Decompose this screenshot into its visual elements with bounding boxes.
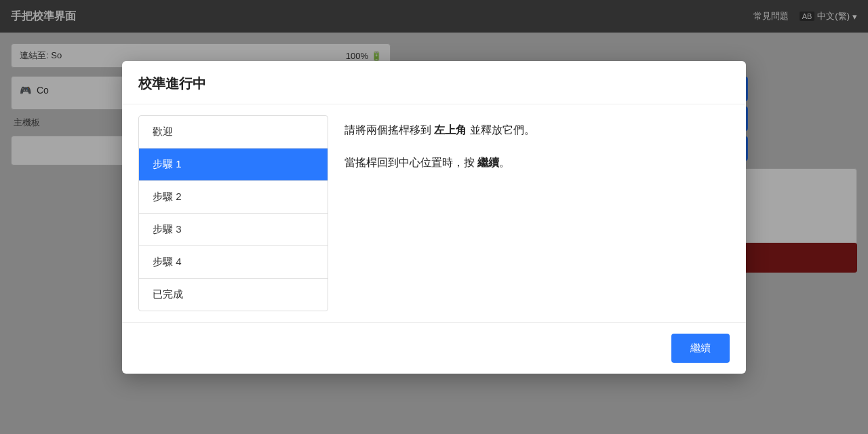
modal-body: 歡迎步驟 1步驟 2步驟 3步驟 4已完成 請將兩個搖桿移到 左上角 並釋放它們… (122, 104, 746, 322)
step-item-done[interactable]: 已完成 (139, 279, 328, 311)
instruction-line2: 當搖桿回到中心位置時，按 繼續。 (344, 153, 713, 173)
step-item-step4[interactable]: 步驟 4 (139, 246, 328, 279)
modal-header: 校準進行中 (122, 61, 746, 104)
step-item-step3[interactable]: 步驟 3 (139, 214, 328, 246)
modal-title: 校準進行中 (138, 76, 206, 91)
continue-button[interactable]: 繼續 (671, 334, 730, 363)
steps-list: 歡迎步驟 1步驟 2步驟 3步驟 4已完成 (138, 115, 328, 311)
step-item-step2[interactable]: 步驟 2 (139, 181, 328, 214)
step-item-welcome[interactable]: 歡迎 (139, 116, 328, 149)
step-item-step1[interactable]: 步驟 1 (139, 149, 328, 181)
modal-footer: 繼續 (122, 322, 746, 374)
modal-content-area: 請將兩個搖桿移到 左上角 並釋放它們。 當搖桿回到中心位置時，按 繼續。 (328, 115, 730, 311)
instruction-line1: 請將兩個搖桿移到 左上角 並釋放它們。 (344, 121, 713, 140)
calibration-modal: 校準進行中 歡迎步驟 1步驟 2步驟 3步驟 4已完成 請將兩個搖桿移到 左上角… (122, 61, 746, 374)
modal-overlay: 校準進行中 歡迎步驟 1步驟 2步驟 3步驟 4已完成 請將兩個搖桿移到 左上角… (0, 0, 868, 434)
